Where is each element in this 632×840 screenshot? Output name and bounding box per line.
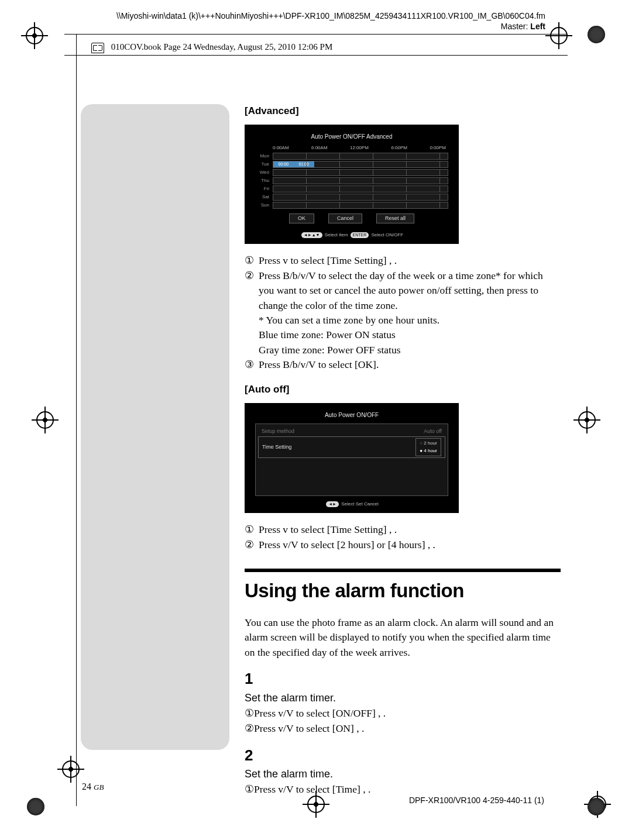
advanced-screenshot: Auto Power ON/OFF Advanced 0:00AM 6:00AM… <box>245 125 459 245</box>
side-panel <box>81 104 229 750</box>
autooff-heading: [Auto off] <box>245 383 561 397</box>
crop-dot-top-right <box>588 26 605 43</box>
day-label: Mon <box>255 153 270 160</box>
step-text: Press B/b/v/V to select the day of the w… <box>259 268 561 313</box>
time-label: 0:00PM <box>430 144 446 152</box>
time-label: 12:00PM <box>350 144 369 152</box>
section-intro: You can use the photo frame as an alarm … <box>245 615 561 660</box>
autooff-screenshot: Auto Power ON/OFF Setup method Auto off … <box>245 403 459 513</box>
step-text: Press B/b/v/V to select [OK]. <box>259 357 561 372</box>
day-bar-sat <box>273 194 448 201</box>
advanced-steps-3: ③ Press B/b/v/V to select [OK]. <box>245 357 561 372</box>
main-step-2: 2 Set the alarm time. ①Press v/V to sele… <box>245 745 561 797</box>
step-note: * You can set a time zone by one hour un… <box>259 313 561 328</box>
crop-dot-bottom-left <box>27 798 44 815</box>
page-v-rule <box>76 34 77 806</box>
master-label: Master: <box>501 22 528 31</box>
day-bar-wed <box>273 169 448 176</box>
step-big-number: 2 <box>245 745 262 767</box>
crop-mark-mid-left <box>36 411 54 429</box>
day-bar-thu <box>273 177 448 184</box>
day-bar-fri <box>273 185 448 192</box>
autooff-steps: ① Press v to select [Time Setting] , . ②… <box>245 522 561 552</box>
page-number: 24 GB <box>82 782 104 792</box>
option-2hour[interactable]: 2 hour <box>420 440 437 447</box>
day-label: Fri <box>255 185 270 192</box>
substep-text: Press v/V to select [ON/OFF] , . <box>254 707 386 719</box>
master-value: Left <box>530 22 545 31</box>
crop-mark-top-right-inner <box>550 27 568 44</box>
day-bar-mon <box>273 153 448 160</box>
step-head-text: Set the alarm timer. <box>245 692 336 704</box>
day-label: Thu <box>255 177 270 184</box>
step-number: ③ <box>245 357 259 372</box>
autooff-ss-title: Auto Power ON/OFF <box>255 411 448 420</box>
advanced-steps: ① Press v to select [Time Setting] , . ②… <box>245 253 561 313</box>
crop-mark-bottom-left-inner <box>62 760 80 778</box>
step-number: ② <box>245 268 259 313</box>
header-rule-top <box>64 34 568 35</box>
crop-dot-bottom-right <box>588 798 605 815</box>
reset-all-button[interactable]: Reset all <box>376 214 414 223</box>
book-info-text: 010COV.book Page 24 Wednesday, August 25… <box>111 42 333 51</box>
row-value: Auto off <box>424 428 442 435</box>
time-label: 0:00AM <box>273 144 289 152</box>
day-bar-segment: 00:00 01:00 <box>273 161 314 167</box>
step-number: ① <box>245 522 259 537</box>
time-label: 6:00AM <box>311 144 328 152</box>
step-big-number: 1 <box>245 668 262 690</box>
seg-label: 01:00 <box>298 161 309 167</box>
header-path: \\Miyoshi-win\data1 (k)\+++NouhinMiyoshi… <box>116 11 545 32</box>
hint-text: Select item <box>325 232 348 237</box>
option-4hour[interactable]: 4 hour <box>420 447 437 455</box>
page-number-value: 24 <box>82 782 91 791</box>
setup-method-row: Setup method Auto off <box>258 426 445 436</box>
day-label: Sat <box>255 194 270 201</box>
row-label: Setup method <box>262 428 294 435</box>
doc-id-text: DPF-XR100/VR100 4-259-440-11 (1) <box>409 796 544 805</box>
crop-mark-bottom-center <box>307 796 325 813</box>
main-step-1: 1 Set the alarm timer. ①Press v/V to sel… <box>245 668 561 736</box>
day-bar-tue: 00:00 01:00 <box>273 161 448 168</box>
time-options: 2 hour 4 hour <box>415 438 441 456</box>
time-setting-row[interactable]: Time Setting 2 hour 4 hour <box>258 436 445 458</box>
hint-text: Select ON/OFF <box>372 232 404 237</box>
step-number: ① <box>245 253 259 268</box>
crop-mark-mid-right <box>578 411 596 429</box>
file-path: \\Miyoshi-win\data1 (k)\+++NouhinMiyoshi… <box>116 11 545 21</box>
row-label: Time Setting <box>262 443 291 451</box>
advanced-buttons: OK Cancel Reset all <box>255 214 448 223</box>
page-number-lang: GB <box>94 783 104 791</box>
advanced-heading: [Advanced] <box>245 104 561 119</box>
hint-text: Select Set Cancel <box>341 501 379 507</box>
crop-mark-top-left <box>26 27 43 44</box>
advanced-ss-title: Auto Power ON/OFF Advanced <box>255 133 448 142</box>
day-label: Tue <box>255 161 270 168</box>
step-head-text: Set the alarm time. <box>245 768 333 780</box>
enter-icon: ENTER <box>351 232 369 238</box>
dpad-icon: ◄►▲▼ <box>301 232 322 238</box>
substep-text: Press v/V to select [ON] , . <box>254 722 364 734</box>
header-rule-bottom <box>64 55 568 56</box>
step-text: Press v to select [Time Setting] , . <box>259 522 561 537</box>
doc-id: DPF-XR100/VR100 4-259-440-11 (1) <box>409 796 544 805</box>
advanced-time-header: 0:00AM 6:00AM 12:00PM 6:00PM 0:00PM <box>273 144 448 152</box>
step-text: Press v to select [Time Setting] , . <box>259 253 561 268</box>
day-label: Wed <box>255 169 270 176</box>
time-label: 6:00PM <box>391 144 407 152</box>
day-bar-sun <box>273 202 448 209</box>
ok-button[interactable]: OK <box>289 214 314 223</box>
dpad-icon: ◄► <box>326 501 339 507</box>
book-info: 010COV.book Page 24 Wednesday, August 25… <box>91 42 332 53</box>
step-note: Blue time zone: Power ON status <box>259 328 561 342</box>
autooff-hint: ◄► Select Set Cancel <box>255 501 448 508</box>
main-content: [Advanced] Auto Power ON/OFF Advanced 0:… <box>245 104 561 797</box>
seg-label: 00:00 <box>279 161 289 167</box>
cancel-button[interactable]: Cancel <box>328 214 362 223</box>
section-title: Using the alarm function <box>245 577 561 605</box>
step-number: ② <box>245 538 259 552</box>
day-label: Sun <box>255 202 270 209</box>
substep-text: Press v/V to select [Time] , . <box>254 783 370 795</box>
step-note: Gray time zone: Power OFF status <box>259 343 561 357</box>
section-rule <box>245 569 561 572</box>
